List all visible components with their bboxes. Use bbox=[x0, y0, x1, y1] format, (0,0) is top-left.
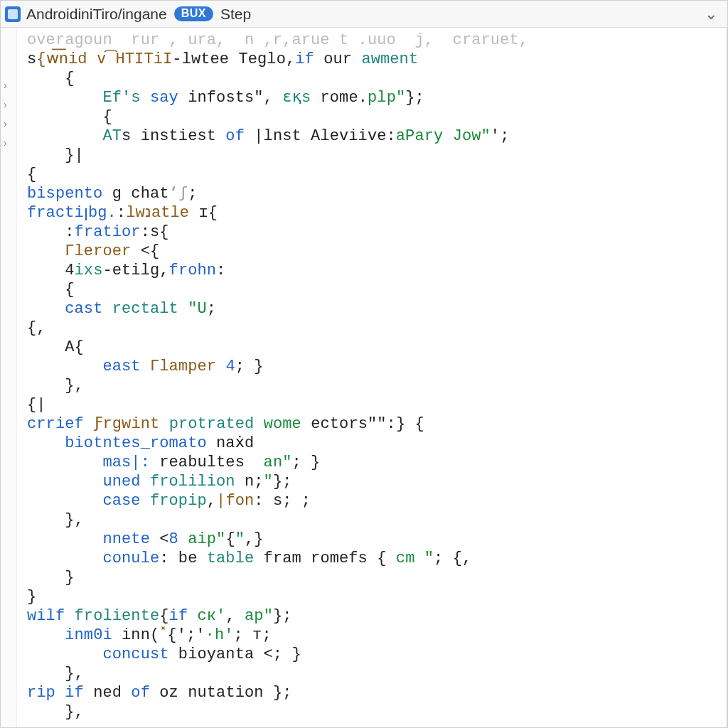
code-line[interactable]: nnete <8 aip"{",} bbox=[27, 530, 727, 549]
code-token bbox=[141, 473, 150, 491]
code-token: fropip bbox=[150, 492, 207, 510]
code-token: uned bbox=[102, 473, 140, 491]
fold-marker-icon[interactable]: › bbox=[4, 100, 7, 109]
code-line[interactable]: ATs instiest of |lnst Aleviive:aPary Jow… bbox=[27, 127, 727, 146]
fold-marker-icon[interactable]: › bbox=[4, 119, 7, 129]
code-line[interactable]: 4ixs-etilg,frohn: bbox=[27, 261, 727, 280]
code-line[interactable]: rip if ned of oz nutation }; bbox=[27, 683, 727, 702]
code-line[interactable]: :fratior:s{ bbox=[27, 223, 727, 242]
code-token bbox=[178, 300, 188, 318]
code-line[interactable]: { bbox=[27, 107, 727, 127]
code-line[interactable]: {| bbox=[27, 395, 727, 414]
code-token: Ef's bbox=[102, 89, 140, 107]
code-token: 4 bbox=[65, 262, 74, 279]
code-line[interactable]: case fropip,|fon: s; ; bbox=[27, 491, 727, 510]
code-token: rip bbox=[27, 684, 55, 702]
code-token: {| bbox=[27, 396, 46, 414]
code-token: A{ bbox=[65, 338, 84, 356]
code-token: if bbox=[295, 50, 314, 68]
code-line[interactable]: cast rectalt "U; bbox=[27, 299, 727, 318]
code-token: { bbox=[159, 607, 168, 625]
code-token: 4 bbox=[225, 358, 235, 375]
code-token: Γlamper bbox=[150, 358, 216, 375]
code-token: aip" bbox=[188, 530, 225, 548]
code-token: ectors"":} { bbox=[301, 415, 424, 433]
code-token: ɪ{ bbox=[189, 204, 218, 222]
code-token: : bbox=[65, 223, 74, 241]
code-token: of bbox=[131, 684, 150, 702]
code-token bbox=[55, 684, 65, 702]
code-line[interactable]: bispento g chatʻʃ; bbox=[27, 184, 727, 203]
code-token: conule bbox=[102, 550, 159, 567]
code-line[interactable]: concust bioyanta <; } bbox=[27, 645, 727, 664]
code-token: , bbox=[225, 607, 245, 625]
code-token: fratior bbox=[75, 223, 141, 241]
code-token: ; т; bbox=[234, 626, 272, 644]
code-line[interactable]: mas|: reabultes an"; } bbox=[27, 453, 727, 472]
code-line[interactable]: }, bbox=[27, 702, 727, 722]
code-token: case bbox=[102, 492, 140, 510]
code-line[interactable]: {, bbox=[27, 318, 727, 338]
code-line[interactable]: }, bbox=[27, 510, 727, 530]
code-line[interactable]: Γleroer <{ bbox=[27, 242, 727, 261]
code-token: ixs bbox=[75, 262, 103, 279]
code-token: an" bbox=[264, 454, 292, 471]
code-line[interactable]: { bbox=[27, 165, 727, 184]
code-token: ; } bbox=[292, 454, 321, 471]
code-line[interactable]: wilf froliente{if cк', ap"}; bbox=[27, 606, 727, 626]
code-token: Γleroer bbox=[65, 242, 131, 260]
code-line[interactable]: s{͏w͞nid v͡HTITiI-lwtee Teglo,if our awm… bbox=[27, 50, 727, 69]
fold-marker-icon[interactable]: › bbox=[4, 80, 7, 90]
code-token: wome bbox=[264, 415, 301, 433]
code-token: n; bbox=[235, 473, 264, 491]
editor-window: AndroidiniTiro / ingane BUX Step ⌄ › › ›… bbox=[0, 0, 728, 728]
code-token: AT bbox=[102, 127, 122, 145]
code-token: { bbox=[225, 530, 235, 548]
code-token: }| bbox=[65, 146, 84, 164]
code-token: ,} bbox=[245, 530, 264, 548]
code-line[interactable]: crrief Ƒrgwint protrated wome ectors"":}… bbox=[27, 414, 727, 434]
code-line[interactable]: biotntes_romato naẋd bbox=[27, 434, 727, 453]
code-line[interactable]: overagoun rur , ura, n ,r,arue t .uuo j,… bbox=[27, 31, 727, 50]
code-line[interactable]: } bbox=[27, 568, 727, 587]
code-line[interactable]: }, bbox=[27, 664, 727, 683]
code-token: frolilion bbox=[150, 473, 235, 491]
code-token: cm " bbox=[396, 550, 434, 567]
code-token: , bbox=[207, 492, 216, 510]
code-token: lwנatle bbox=[126, 204, 189, 222]
chevron-down-icon[interactable]: ⌄ bbox=[702, 5, 720, 23]
code-line[interactable]: { bbox=[27, 280, 727, 299]
breadcrumb-project[interactable]: AndroidiniTiro bbox=[26, 6, 118, 23]
code-token: " bbox=[264, 473, 273, 491]
app-icon bbox=[5, 6, 21, 22]
code-line[interactable]: uned frolilion n;"}; bbox=[27, 472, 727, 491]
code-token: aPary Jow" bbox=[396, 127, 491, 145]
code-line[interactable]: east Γlamper 4; } bbox=[27, 357, 727, 376]
code-line[interactable]: { bbox=[27, 69, 727, 88]
fold-marker-icon[interactable]: › bbox=[4, 138, 7, 148]
code-token: fram romefs { bbox=[254, 550, 396, 567]
code-line[interactable]: fractiןbg.:lwנatle ɪ{ bbox=[27, 203, 727, 223]
code-token: protrated bbox=[169, 415, 255, 433]
code-editor[interactable]: overagoun rur , ura, n ,r,arue t .uuo j,… bbox=[17, 28, 727, 727]
code-token bbox=[102, 300, 112, 318]
code-line[interactable]: }, bbox=[27, 376, 727, 395]
code-line[interactable]: conule: be table fram romefs { cm "; {, bbox=[27, 549, 727, 568]
line-gutter[interactable]: › › › › bbox=[1, 28, 17, 727]
code-token: Ƒrgwint bbox=[93, 415, 159, 433]
code-token bbox=[254, 415, 263, 433]
code-line[interactable]: } bbox=[27, 587, 727, 606]
step-action[interactable]: Step bbox=[220, 6, 251, 23]
code-line[interactable]: }| bbox=[27, 146, 727, 165]
code-line[interactable]: inm0i inn(˟{';'·h'; т; bbox=[27, 626, 727, 645]
code-token: }; bbox=[405, 89, 424, 107]
code-token: ɛқs bbox=[282, 89, 311, 107]
code-token: }; bbox=[273, 607, 292, 625]
breadcrumb-file[interactable]: ingane bbox=[122, 6, 167, 23]
code-token: |fon bbox=[216, 492, 254, 510]
mode-badge[interactable]: BUX bbox=[174, 6, 213, 21]
code-token bbox=[159, 415, 168, 433]
code-token: ned bbox=[84, 684, 132, 702]
code-line[interactable]: Ef's say infosts", ɛқs rome.plp"}; bbox=[27, 88, 727, 107]
code-line[interactable]: A{ bbox=[27, 338, 727, 357]
